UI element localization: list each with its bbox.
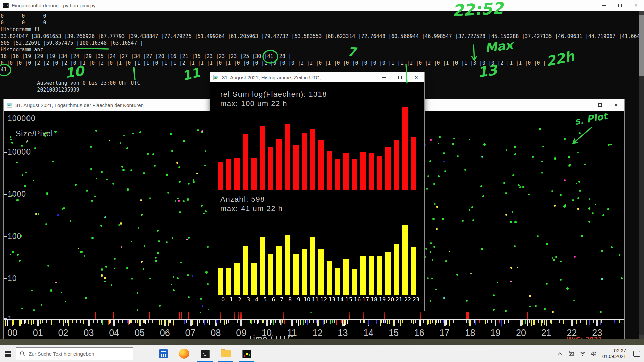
taskbar-app-calculator[interactable] <box>153 345 174 362</box>
bar <box>251 158 257 190</box>
scatter-dot <box>619 254 621 256</box>
network-button[interactable] <box>577 345 588 362</box>
red-event-tick <box>95 312 96 319</box>
hour-label: 17 <box>361 296 370 303</box>
scatter-dot <box>57 214 59 216</box>
bar <box>343 259 349 295</box>
volume-button[interactable] <box>588 345 600 362</box>
minimize-button[interactable] <box>376 72 392 82</box>
tray-chevron-button[interactable] <box>554 345 566 362</box>
scatter-dot <box>564 179 566 181</box>
maximize-button[interactable] <box>592 99 608 111</box>
red-event-tick <box>113 312 114 319</box>
scatter-dot <box>192 275 193 277</box>
scatter-dot <box>137 309 138 311</box>
scatter-dot <box>469 209 470 211</box>
start-button[interactable] <box>0 345 16 362</box>
taskbar-app-cmd[interactable]: >_ <box>195 345 215 362</box>
event-tick <box>499 320 500 323</box>
event-tick <box>281 320 282 325</box>
scroll-down-icon[interactable] <box>639 335 644 339</box>
taskbar-clock[interactable]: 02:27 01.09.2021 <box>602 348 626 359</box>
clock-date: 01.09.2021 <box>602 354 626 359</box>
terminal-scrollbar[interactable] <box>639 11 644 339</box>
bar <box>226 268 231 295</box>
x-tick-label: 19 <box>485 328 505 338</box>
hour-label: 21 <box>395 296 404 303</box>
scatter-dot <box>510 281 512 282</box>
event-tick <box>420 320 421 326</box>
taskbar-app-explorer[interactable] <box>215 345 236 362</box>
cmd-icon: C:\ <box>3 3 9 8</box>
terminal-titlebar[interactable]: C:\ Eingabeaufforderung - python pmv.py … <box>0 0 644 11</box>
maximize-button[interactable] <box>612 0 628 11</box>
bar <box>385 252 391 295</box>
event-tick <box>129 320 130 324</box>
event-tick <box>83 320 84 324</box>
scatter-dot <box>61 292 62 293</box>
minimize-button[interactable] <box>576 99 592 111</box>
bar <box>285 124 290 190</box>
scatter-dot <box>21 145 23 147</box>
bar <box>260 126 265 190</box>
x-minor-tick <box>352 320 352 323</box>
scatter-dot <box>91 200 93 202</box>
x-minor-tick <box>610 320 610 323</box>
scatter-dot <box>130 169 132 171</box>
taskbar-app-firefox[interactable] <box>174 345 195 362</box>
scatter-dot <box>493 309 495 311</box>
scatter-dot <box>568 165 570 167</box>
x-minor-tick <box>398 320 399 323</box>
x-major-tick <box>546 320 547 326</box>
event-tick <box>336 320 337 325</box>
scatter-dot <box>506 149 508 151</box>
scrollbar-thumb[interactable] <box>639 15 644 76</box>
close-button[interactable]: ✕ <box>608 99 624 111</box>
yellow-chart-title: Anzahl: 598 <box>220 195 265 204</box>
event-tick <box>402 320 403 323</box>
scatter-dot <box>141 261 143 263</box>
close-button[interactable]: ✕ <box>408 72 424 82</box>
histogram-titlebar[interactable]: 31. August 2021, Histogramme, Zeit in UT… <box>210 72 424 82</box>
maximize-button[interactable] <box>392 72 408 82</box>
event-tick <box>273 320 274 325</box>
scatter-dot <box>123 135 125 137</box>
close-button[interactable]: ✕ <box>628 0 644 11</box>
scatter-dot <box>171 284 172 285</box>
y-tick-mark <box>4 194 7 195</box>
scroll-up-icon[interactable] <box>639 11 644 15</box>
event-tick <box>475 320 476 325</box>
event-tick <box>501 320 502 326</box>
x-minor-tick <box>313 320 314 323</box>
action-center-button[interactable] <box>629 345 644 362</box>
scatter-dot <box>537 235 539 237</box>
maximize-icon <box>598 103 602 107</box>
scatter-dot <box>608 144 610 146</box>
bar <box>327 261 332 295</box>
search-input[interactable] <box>29 351 126 357</box>
x-major-tick <box>596 320 598 326</box>
scatter-dot <box>121 166 123 168</box>
event-tick <box>485 320 486 324</box>
scatter-dot <box>54 131 56 133</box>
scatter-dot <box>600 311 602 313</box>
x-minor-tick <box>135 320 136 323</box>
taskbar-search[interactable] <box>16 347 133 360</box>
x-minor-tick <box>487 320 488 323</box>
minimize-button[interactable] <box>596 0 612 11</box>
scatter-dot <box>179 211 181 213</box>
scatter-dot <box>17 254 19 256</box>
event-tick <box>443 320 444 323</box>
scatter-dot <box>572 199 574 201</box>
battery-status-button[interactable] <box>566 345 577 362</box>
scatter-dot <box>155 257 157 259</box>
event-tick <box>342 320 343 324</box>
taskbar-app-python-plot[interactable] <box>236 345 257 362</box>
scatter-dot <box>453 138 455 140</box>
x-minor-tick <box>377 320 377 323</box>
red-event-tick <box>384 312 385 319</box>
x-minor-tick <box>309 320 310 323</box>
scatter-dot <box>449 251 450 252</box>
x-minor-tick <box>334 320 335 323</box>
red-event-tick <box>420 312 421 319</box>
